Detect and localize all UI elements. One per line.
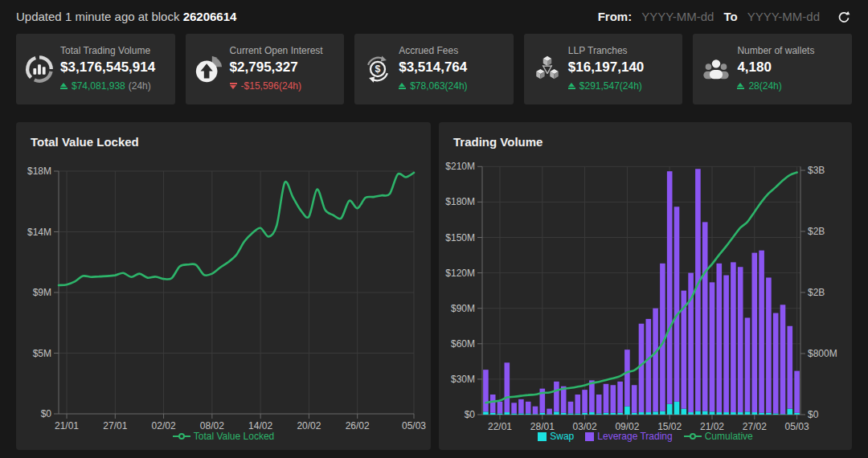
svg-text:$180M: $180M <box>445 196 475 207</box>
card-value: $16,197,140 <box>568 59 645 76</box>
refresh-icon[interactable] <box>837 10 850 23</box>
cube-top <box>543 56 551 66</box>
card-number-of-wallets: Number of wallets 4,180 28(24h) <box>693 34 852 104</box>
up-arrow-icon <box>399 83 406 90</box>
svg-text:$0: $0 <box>465 409 476 420</box>
card-accrued-fees: $ Accrued Fees $3,514,764 $78,063(24h) <box>354 34 514 104</box>
svg-text:$2B: $2B <box>808 287 825 298</box>
updated-text: Updated 1 minute ago at block 26206614 <box>16 10 236 23</box>
people-icon <box>701 53 731 85</box>
card-change: $291,547(24h) <box>568 80 645 92</box>
card-change: 28(24h) <box>737 80 814 92</box>
svg-text:$3B: $3B <box>808 165 825 176</box>
line-marker-icon <box>173 432 190 440</box>
to-date-input[interactable]: YYYY-MM-dd <box>747 10 820 23</box>
dollar-cycle-icon: $ <box>362 53 393 85</box>
cube-right <box>550 69 558 79</box>
svg-text:21/01: 21/01 <box>55 420 79 431</box>
svg-text:$30M: $30M <box>451 374 475 385</box>
card-change: $74,081,938(24h) <box>60 80 155 92</box>
card-value: $2,795,327 <box>230 59 323 76</box>
svg-text:$120M: $120M <box>445 268 475 279</box>
legend-item-swap[interactable]: Swap <box>538 431 574 442</box>
card-value: $3,514,764 <box>399 59 467 76</box>
block-number: 26206614 <box>183 10 237 23</box>
card-title: Total Trading Volume <box>60 45 155 56</box>
svg-text:$18M: $18M <box>27 166 51 177</box>
svg-text:05/03: 05/03 <box>402 420 426 431</box>
volume-legend: Swap Leverage Trading Cumulative <box>439 431 852 442</box>
svg-text:$60M: $60M <box>451 338 475 350</box>
svg-text:20/02: 20/02 <box>297 420 321 431</box>
svg-text:$5M: $5M <box>33 348 51 359</box>
updated-prefix: Updated 1 minute ago at block <box>16 10 179 23</box>
pie-arrow-icon <box>194 53 224 85</box>
cubes-icon <box>532 53 563 85</box>
top-bar: Updated 1 minute ago at block 26206614 F… <box>0 0 868 32</box>
svg-text:$150M: $150M <box>445 232 475 243</box>
card-total-trading-volume: Total Trading Volume $3,176,545,914 $74,… <box>16 34 175 104</box>
card-title: Accrued Fees <box>399 45 467 56</box>
card-value: 4,180 <box>737 59 814 76</box>
svg-text:26/02: 26/02 <box>346 420 370 431</box>
svg-text:$2B: $2B <box>808 226 825 237</box>
card-title: Number of wallets <box>737 45 814 56</box>
legend-item-tvl[interactable]: Total Value Locked <box>173 431 275 442</box>
stat-cards: Total Trading Volume $3,176,545,914 $74,… <box>16 34 852 104</box>
up-arrow-icon <box>737 83 744 90</box>
svg-text:$90M: $90M <box>451 303 475 314</box>
card-title: LLP Tranches <box>568 45 645 56</box>
legend-item-leverage-trading[interactable]: Leverage Trading <box>585 431 672 442</box>
card-change: $78,063(24h) <box>399 80 467 92</box>
to-label: To <box>723 10 737 23</box>
up-arrow-icon <box>60 83 68 90</box>
svg-text:08/02: 08/02 <box>200 420 224 431</box>
leverage-swatch-icon <box>585 432 594 441</box>
svg-text:$0: $0 <box>808 409 819 420</box>
cube-left <box>536 69 544 79</box>
svg-text:$800M: $800M <box>808 348 837 359</box>
up-arrow-icon <box>568 83 575 90</box>
volume-chart: 22/0128/0103/0209/0215/0221/0227/0205/03… <box>439 122 852 450</box>
svg-text:27/01: 27/01 <box>103 420 127 431</box>
svg-text:02/02: 02/02 <box>152 420 176 431</box>
line-marker-icon <box>684 432 702 440</box>
card-change: -$15,596(24h) <box>230 80 323 92</box>
card-current-open-interest: Current Open Interest $2,795,327 -$15,59… <box>186 34 345 104</box>
from-label: From: <box>598 10 633 23</box>
tvl-legend: Total Value Locked <box>16 431 431 442</box>
svg-text:$210M: $210M <box>445 161 475 172</box>
svg-text:$: $ <box>375 63 381 75</box>
date-range-controls: From: YYYY-MM-dd To YYYY-MM-dd <box>598 10 850 23</box>
tvl-chart: 21/0127/0102/0208/0214/0220/0226/0205/03… <box>16 122 431 450</box>
card-title: Current Open Interest <box>230 45 323 56</box>
down-arrow-icon <box>230 83 237 90</box>
svg-text:$14M: $14M <box>27 227 51 238</box>
trading-volume-panel: Trading Volume 22/0128/0103/0209/0215/02… <box>439 122 852 450</box>
svg-text:14/02: 14/02 <box>248 420 272 431</box>
total-value-locked-panel: Total Value Locked 21/0127/0102/0208/021… <box>16 122 431 450</box>
card-llp-tranches: LLP Tranches $16,197,140 $291,547(24h) <box>524 34 683 104</box>
svg-text:$0: $0 <box>41 408 52 419</box>
swap-swatch-icon <box>538 432 547 441</box>
donut-bars-icon <box>24 53 55 85</box>
legend-item-cumulative[interactable]: Cumulative <box>684 431 753 442</box>
svg-text:$9M: $9M <box>33 287 51 298</box>
card-value: $3,176,545,914 <box>60 59 155 76</box>
from-date-input[interactable]: YYYY-MM-dd <box>641 10 714 23</box>
